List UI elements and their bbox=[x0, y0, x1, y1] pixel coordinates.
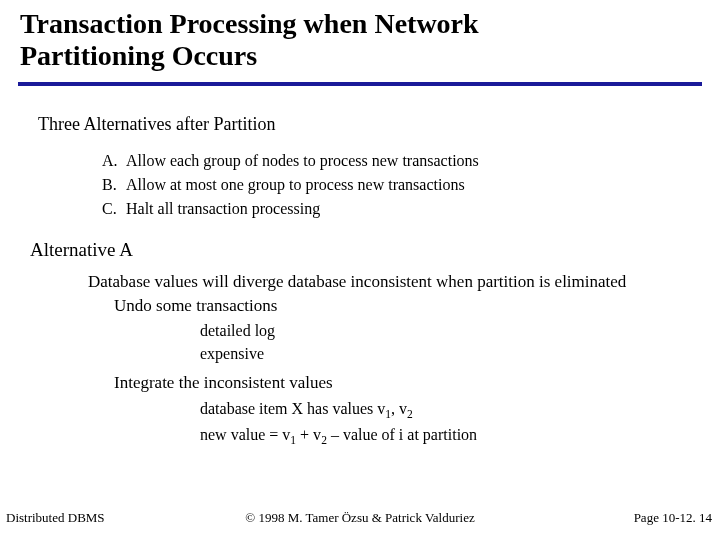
enum-text: Halt all transaction processing bbox=[126, 197, 320, 221]
content: Three Alternatives after Partition A. Al… bbox=[0, 86, 720, 448]
enum-text: Allow at most one group to process new t… bbox=[126, 173, 465, 197]
list-item: C. Halt all transaction processing bbox=[102, 197, 720, 221]
integrate-line-2: new value = v1 + v2 – value of i at part… bbox=[200, 423, 720, 449]
text: , v bbox=[391, 400, 407, 417]
list-item: expensive bbox=[200, 343, 720, 365]
subscript: 2 bbox=[407, 408, 413, 420]
undo-heading: Undo some transactions bbox=[114, 296, 720, 316]
text: – value of i at partition bbox=[327, 426, 477, 443]
title-line-1: Transaction Processing when Network bbox=[20, 8, 479, 39]
enum-letter: A. bbox=[102, 149, 126, 173]
text: new value = v bbox=[200, 426, 290, 443]
text: database item X has values v bbox=[200, 400, 385, 417]
integrate-heading: Integrate the inconsistent values bbox=[114, 373, 720, 393]
integrate-details: database item X has values v1, v2 new va… bbox=[200, 397, 720, 449]
enum-letter: C. bbox=[102, 197, 126, 221]
footer-center: © 1998 M. Tamer Özsu & Patrick Valduriez bbox=[0, 510, 720, 526]
undo-items: detailed log expensive bbox=[200, 320, 720, 365]
list-item: A. Allow each group of nodes to process … bbox=[102, 149, 720, 173]
text: + v bbox=[296, 426, 321, 443]
alternative-a-heading: Alternative A bbox=[30, 239, 720, 261]
title-block: Transaction Processing when Network Part… bbox=[0, 0, 720, 78]
footer: Distributed DBMS © 1998 M. Tamer Özsu & … bbox=[0, 510, 720, 532]
alternatives-list: A. Allow each group of nodes to process … bbox=[102, 149, 720, 221]
list-item: B. Allow at most one group to process ne… bbox=[102, 173, 720, 197]
enum-text: Allow each group of nodes to process new… bbox=[126, 149, 479, 173]
integrate-line-1: database item X has values v1, v2 bbox=[200, 397, 720, 423]
enum-letter: B. bbox=[102, 173, 126, 197]
section-heading: Three Alternatives after Partition bbox=[38, 114, 720, 135]
footer-right: Page 10-12. 14 bbox=[634, 510, 712, 526]
title-line-2: Partitioning Occurs bbox=[20, 40, 257, 71]
list-item: detailed log bbox=[200, 320, 720, 342]
slide: Transaction Processing when Network Part… bbox=[0, 0, 720, 540]
slide-title: Transaction Processing when Network Part… bbox=[20, 8, 702, 72]
alternative-a-paragraph: Database values will diverge database in… bbox=[88, 271, 720, 294]
